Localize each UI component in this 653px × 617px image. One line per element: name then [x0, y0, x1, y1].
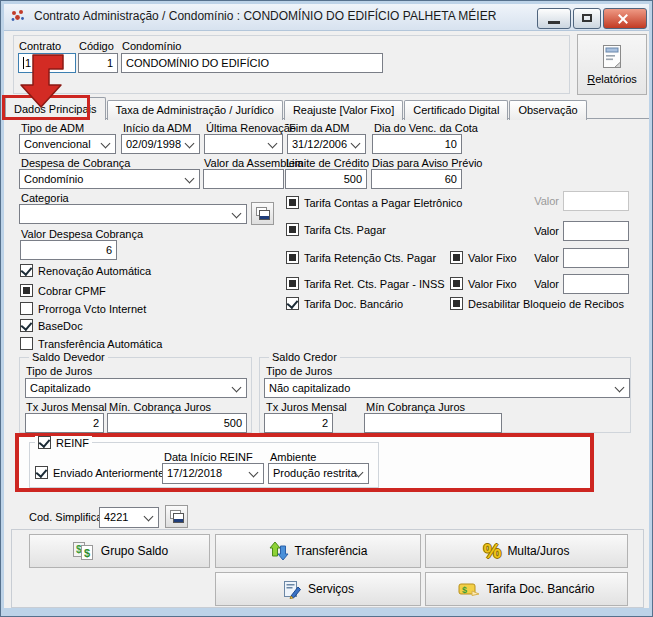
tx-juros-credor-input[interactable]: 2: [264, 413, 333, 433]
categoria-lookup-button[interactable]: [251, 202, 274, 225]
checkbox-label: Tarifa Ret. Cts. Pagar - INSS: [304, 278, 445, 290]
transferencia-button[interactable]: Transferência: [215, 534, 421, 568]
ultima-renovacao-label: Última Renovação: [206, 122, 296, 134]
report-icon: [600, 44, 624, 70]
checkbox-tarifa-cts-pagar[interactable]: Tarifa Cts. Pagar: [286, 223, 386, 236]
checkbox-transferencia-automatica[interactable]: Transferência Automática: [20, 337, 162, 350]
data-inicio-reinf-label: Data Início REINF: [164, 451, 253, 463]
despesa-cobranca-combo[interactable]: Condomínio: [19, 169, 200, 189]
valor-label-1: Valor: [499, 195, 559, 207]
tx-juros-devedor-input[interactable]: 2: [25, 413, 104, 433]
checkbox-tarifa-contas-eletronico[interactable]: Tarifa Contas a Pagar Eletrônico: [286, 196, 462, 209]
servicos-button[interactable]: Serviços: [215, 572, 421, 606]
tab-certificado-digital[interactable]: Certificado Digital: [404, 100, 508, 120]
valor-label-2: Valor: [499, 225, 559, 237]
valor-input-1: [563, 191, 629, 211]
tab-reajuste-valor-fixo[interactable]: Reajuste [Valor Fixo]: [284, 100, 403, 120]
ultima-renovacao-combo[interactable]: [204, 134, 283, 154]
contrato-value: 1: [25, 57, 31, 69]
minimize-button[interactable]: [537, 8, 571, 29]
tab-taxa-administracao-juridico[interactable]: Taxa de Administração / Jurídico: [107, 100, 283, 120]
cod-simplificado-lookup-button[interactable]: [165, 505, 188, 528]
checkbox-tarifa-retencao-cts-pagar[interactable]: Tarifa Retenção Cts. Pagar: [286, 251, 436, 264]
data-inicio-reinf-combo[interactable]: 17/12/2018: [162, 463, 264, 484]
inicio-adm-combo[interactable]: 02/09/1998: [121, 134, 200, 154]
tab-observacao[interactable]: Observação: [509, 100, 586, 120]
dias-aviso-input[interactable]: 60: [371, 169, 462, 189]
inicio-adm-label: Início da ADM: [123, 122, 191, 134]
tab-dados-principais[interactable]: Dados Principais: [5, 97, 106, 120]
dollar-cards-icon: $ $: [71, 541, 95, 561]
grupo-saldo-button[interactable]: $ $ Grupo Saldo: [29, 534, 210, 568]
checkbox-desabilitar-bloqueio-recibos[interactable]: Desabilitar Bloqueio de Recibos: [450, 297, 624, 310]
window-title: Contrato Administração / Condomínio : CO…: [34, 9, 496, 23]
checkbox-enviado-anteriormente[interactable]: Enviado Anteriormente: [35, 466, 164, 479]
fim-adm-label: Fim da ADM: [289, 122, 350, 134]
multa-juros-button[interactable]: % Multa/Juros: [425, 534, 628, 568]
relatorios-label: Relatórios: [587, 73, 637, 85]
checkbox-label: Tarifa Retenção Cts. Pagar: [304, 252, 436, 264]
tipo-juros-devedor-combo[interactable]: Capitalizado: [25, 378, 247, 398]
min-cobranca-devedor-input[interactable]: 500: [107, 413, 247, 433]
categoria-label: Categoria: [21, 192, 69, 204]
valor-input-4[interactable]: [563, 274, 629, 294]
tipo-juros-devedor-label: Tipo de Juros: [26, 365, 92, 377]
valor-label-4: Valor: [499, 278, 559, 290]
dia-venc-input[interactable]: 10: [372, 134, 462, 154]
form-window-icon: [169, 509, 185, 524]
dia-venc-label: Dia do Venc. da Cota: [374, 122, 478, 134]
checkbox-label: REINF: [56, 437, 89, 449]
min-cobranca-credor-label: Mín Cobrança Juros: [366, 401, 465, 413]
contrato-input[interactable]: 1: [18, 53, 76, 73]
codigo-input[interactable]: 1: [78, 53, 118, 73]
ambiente-combo[interactable]: Produção restrita: [268, 463, 369, 484]
checkbox-label: Enviado Anteriormente: [53, 467, 164, 479]
checkbox-basedoc[interactable]: BaseDoc: [20, 319, 83, 332]
tipo-juros-credor-label: Tipo de Juros: [266, 365, 332, 377]
checkbox-renovacao-automatica[interactable]: Renovação Automática: [20, 264, 151, 277]
close-button[interactable]: [603, 8, 647, 29]
transferencia-label: Transferência: [295, 544, 368, 558]
checkbox-tarifa-ret-cts-pagar-inss[interactable]: Tarifa Ret. Cts. Pagar - INSS: [286, 277, 445, 290]
condominio-label: Condomínio: [122, 40, 181, 52]
categoria-combo[interactable]: [19, 204, 247, 224]
grupo-saldo-label: Grupo Saldo: [101, 544, 168, 558]
checkbox-label: Desabilitar Bloqueio de Recibos: [468, 298, 624, 310]
document-pen-icon: [282, 579, 302, 599]
tarifa-doc-bancario-label: Tarifa Doc. Bancário: [486, 582, 594, 596]
contrato-label: Contrato: [19, 40, 61, 52]
checkbox-prorroga-vcto-internet[interactable]: Prorroga Vcto Internet: [20, 302, 146, 315]
tx-juros-credor-label: Tx Juros Mensal: [266, 401, 347, 413]
saldo-credor-title: Saldo Credor: [269, 351, 340, 363]
codigo-label: Código: [79, 40, 114, 52]
dias-aviso-label: Dias para Aviso Prévio: [372, 157, 482, 169]
fim-adm-combo[interactable]: 31/12/2006: [287, 134, 366, 154]
svg-text:$: $: [462, 585, 467, 595]
valor-input-3[interactable]: [563, 248, 629, 268]
valor-assembleia-input[interactable]: [203, 169, 284, 189]
tipo-juros-credor-combo[interactable]: Não capitalizado: [264, 378, 630, 398]
checkbox-cobrar-cpmf[interactable]: Cobrar CPMF: [20, 284, 106, 297]
limite-credito-input[interactable]: 500: [285, 169, 367, 189]
app-logo-icon: [10, 8, 26, 24]
cod-simplificado-combo[interactable]: 4221: [99, 507, 159, 528]
valor-label-3: Valor: [499, 252, 559, 264]
checkbox-tarifa-doc-bancario[interactable]: Tarifa Doc. Bancário: [286, 297, 403, 310]
tx-juros-devedor-label: Tx Juros Mensal: [26, 401, 107, 413]
tipo-adm-combo[interactable]: Convencional: [19, 134, 116, 154]
valor-input-2[interactable]: [563, 221, 629, 241]
form-window-icon: [255, 206, 271, 221]
checkbox-label: BaseDoc: [38, 320, 83, 332]
relatorios-button[interactable]: Relatórios: [577, 34, 647, 95]
tarifa-doc-bancario-button[interactable]: $ Tarifa Doc. Bancário: [425, 572, 628, 606]
min-cobranca-credor-input[interactable]: [364, 413, 502, 433]
maximize-button[interactable]: [573, 8, 601, 29]
checkbox-reinf[interactable]: REINF: [35, 436, 92, 449]
svg-text:$: $: [84, 547, 90, 559]
condominio-input[interactable]: CONDOMÍNIO DO EDIFÍCIO: [121, 53, 383, 73]
valor-despesa-input[interactable]: 6: [20, 240, 117, 260]
transfer-arrows-icon: [269, 541, 289, 561]
tipo-adm-label: Tipo de ADM: [21, 122, 84, 134]
money-tag-icon: $: [458, 581, 480, 597]
checkbox-label: Tarifa Doc. Bancário: [304, 298, 403, 310]
